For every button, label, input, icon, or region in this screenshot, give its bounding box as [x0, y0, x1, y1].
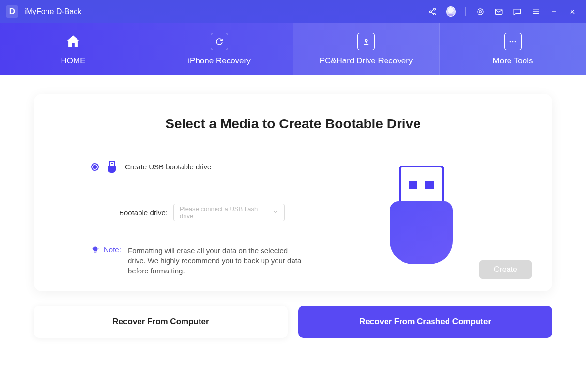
minimize-icon[interactable]	[549, 7, 559, 16]
usb-icon	[108, 161, 116, 173]
nav-label: iPhone Recovery	[188, 56, 250, 66]
share-icon[interactable]	[428, 7, 437, 16]
create-button[interactable]: Create	[479, 260, 532, 279]
svg-point-14	[365, 40, 367, 42]
svg-line-23	[93, 247, 93, 247]
note-text: Formatting will erase all your data on t…	[128, 245, 302, 276]
svg-point-18	[512, 41, 514, 43]
refresh-icon	[211, 33, 228, 50]
separator	[465, 7, 466, 16]
lightbulb-icon	[91, 246, 100, 256]
app-logo: D	[6, 5, 18, 18]
svg-point-19	[515, 41, 516, 43]
settings-icon[interactable]	[476, 7, 485, 16]
field-label: Bootable drive:	[119, 209, 168, 217]
close-icon[interactable]	[568, 7, 577, 16]
nav-label: PC&Hard Drive Recovery	[320, 56, 413, 66]
illustration-pane	[314, 161, 529, 276]
nav-home[interactable]: HOME	[0, 23, 146, 75]
content-area: Select a Media to Create Bootable Drive …	[0, 75, 586, 351]
chevron-down-icon	[273, 208, 278, 217]
page-title: Select a Media to Create Bootable Drive	[57, 116, 529, 132]
nav-label: More Tools	[493, 56, 533, 66]
nav-iphone-recovery[interactable]: iPhone Recovery	[146, 23, 293, 75]
svg-point-5	[478, 9, 483, 15]
monitor-icon	[357, 33, 375, 50]
home-icon	[64, 33, 82, 50]
usb-illustration	[390, 166, 453, 276]
app-title: iMyFone D-Back	[24, 7, 81, 16]
radio-usb-bootable[interactable]: Create USB bootable drive	[91, 161, 314, 173]
svg-line-4	[431, 12, 434, 14]
titlebar-actions	[428, 7, 577, 16]
feedback-icon[interactable]	[512, 7, 522, 16]
radio-icon	[91, 163, 99, 171]
account-icon[interactable]	[446, 7, 456, 16]
note-label: Note:	[104, 245, 124, 254]
more-icon	[504, 33, 522, 50]
mail-icon[interactable]	[494, 7, 504, 16]
form-pane: Create USB bootable drive Bootable drive…	[57, 161, 314, 276]
select-placeholder: Please connect a USB flash drive	[180, 205, 273, 220]
nav-label: HOME	[61, 56, 86, 66]
recover-from-computer-button[interactable]: Recover From Computer	[34, 306, 288, 338]
svg-line-3	[431, 10, 434, 12]
svg-point-17	[510, 41, 511, 43]
bootable-drive-select[interactable]: Please connect a USB flash drive	[173, 204, 285, 221]
recover-from-crashed-button[interactable]: Recover From Crashed Computer	[298, 306, 552, 338]
main-card: Select a Media to Create Bootable Drive …	[34, 94, 552, 291]
svg-line-24	[98, 247, 98, 247]
bottom-actions: Recover From Computer Recover From Crash…	[34, 306, 552, 338]
bootable-drive-field: Bootable drive: Please connect a USB fla…	[119, 204, 314, 221]
menu-icon[interactable]	[531, 7, 540, 16]
main-nav: HOME iPhone Recovery PC&Hard Drive Recov…	[0, 23, 586, 75]
radio-label: Create USB bootable drive	[125, 163, 211, 171]
svg-point-6	[479, 11, 482, 13]
titlebar: D iMyFone D-Back	[0, 0, 586, 23]
nav-pc-recovery[interactable]: PC&Hard Drive Recovery	[293, 23, 440, 75]
note-block: Note: Formatting will erase all your dat…	[91, 245, 314, 276]
nav-more-tools[interactable]: More Tools	[440, 23, 586, 75]
